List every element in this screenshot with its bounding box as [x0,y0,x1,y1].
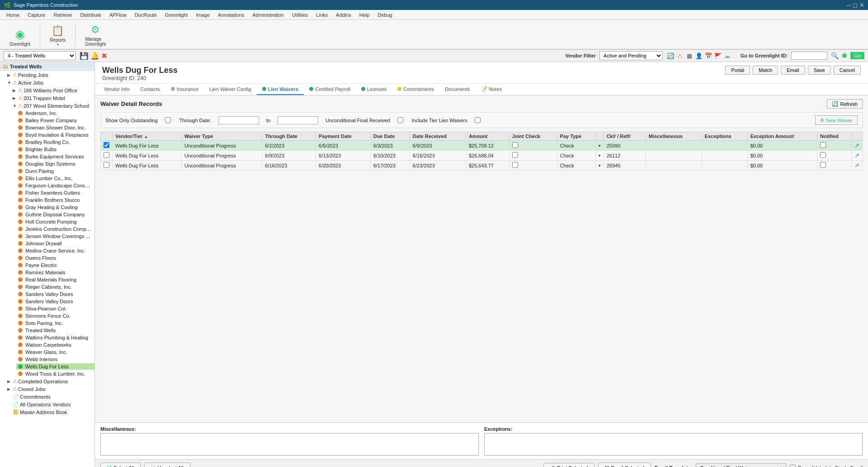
include-tier-checkbox[interactable] [475,117,481,123]
sidebar-item-completed[interactable]: ▶ ⚠ Completed Operations [5,378,94,385]
tab-documents[interactable]: Documents [439,84,476,95]
notify-icon[interactable]: 🔔 [90,52,99,60]
sidebar-item-franklin[interactable]: Franklin Brothers Stucco [16,197,94,203]
row-select-checkbox-0[interactable] [104,142,109,148]
menu-links[interactable]: Links [312,11,331,19]
sidebar-item-holt[interactable]: Holt Concrete Pumping [16,219,94,225]
select-all-button[interactable]: ☑ Select All [100,462,141,467]
menu-image[interactable]: Image [193,11,214,19]
unconditional-final-checkbox[interactable] [397,117,403,123]
menu-docroute[interactable]: DocRoute [131,11,160,19]
sidebar-item-boyd[interactable]: Boyd Insulation & Fireplaces [16,132,94,138]
show-outstanding-checkbox[interactable] [165,117,171,123]
ribbon-greenlight-button[interactable]: ◉ Greenlight [5,26,35,49]
row-action-1[interactable]: ↗ [852,151,863,161]
sidebar-item-watson[interactable]: Watson Carpetworks [16,342,94,348]
sidebar-item-burke[interactable]: Burke Equipment Services [16,153,94,160]
row-notified-0[interactable] [817,141,852,151]
sidebar-item-real[interactable]: Real Materials Flooring [16,276,94,283]
sidebar-item-simmons[interactable]: Simmons Fence Co. [16,313,94,319]
row-checkbox-0[interactable] [101,141,113,151]
sidebar-item-wood[interactable]: Wood Truss & Lumber, Inc. [16,371,94,377]
tab-contacts[interactable]: Contacts [135,84,165,95]
through-date-from-input[interactable] [218,116,259,124]
sidebar-item-anderson[interactable]: Anderson, Inc. [16,110,94,116]
menu-retrieve[interactable]: Retrieve [50,11,75,19]
row-joint-check-1[interactable] [509,151,557,161]
sidebar-item-dunn[interactable]: Dunn Paving [16,168,94,174]
sidebar-item-job-201[interactable]: ▶ ⚠ 201 Trappen Motel [11,95,94,101]
sidebar-item-webb[interactable]: Webb Interiors [16,356,94,362]
sidebar-item-commitments[interactable]: 📄 Commitments [5,393,94,400]
tab-insurance[interactable]: Insurance [165,84,204,95]
sidebar-item-pending-jobs[interactable]: ▶ ⚠ Pending Jobs [5,71,94,78]
refresh-filter-icon[interactable]: 🔄 [666,52,675,60]
sidebar-item-soto[interactable]: Soto Paving, Inc. [16,320,94,326]
sidebar-item-sanders1[interactable]: Sanders Valley Doors [16,291,94,297]
menu-capture[interactable]: Capture [24,11,49,19]
sidebar-item-sanders2[interactable]: Sanders Valley Doors [16,298,94,305]
sidebar-item-job-207[interactable]: ▼ ⚠ 207 Wood Elementary School [11,102,94,109]
col-ck-ref[interactable]: Ck# / Ref# [604,132,646,141]
row-checkbox-2[interactable] [101,161,113,171]
col-vendor-tier[interactable]: Vendor/Tier ▲ [113,132,182,141]
sidebar-item-payne[interactable]: Payne Electric [16,262,94,268]
match-button[interactable]: Match [753,66,778,75]
unselect-all-button[interactable]: ☐ Unselect All [144,462,190,467]
go-button[interactable]: Go [850,52,864,59]
through-date-to-input[interactable] [278,116,318,124]
search-icon[interactable]: 🔍 [831,52,839,59]
row-notified-2[interactable] [817,161,852,171]
sidebar-item-ramirez[interactable]: Ramirez Materials [16,269,94,276]
ribbon-manage-button[interactable]: ⚙ ManageGreenlight [80,22,111,49]
sidebar-item-rieger[interactable]: Rieger Cabinets, Inc. [16,284,94,290]
tab-commitments[interactable]: Commitments [392,84,439,95]
joint-check-cb-0[interactable] [512,142,518,148]
sidebar-item-bailey[interactable]: Bailey Power Company [16,117,94,124]
flag-icon[interactable]: 🚩 [714,52,722,60]
tab-lien-waivers[interactable]: Lien Waivers [257,84,304,95]
sidebar-item-johnson[interactable]: Johnson Drywall [16,240,94,247]
menu-addins[interactable]: Addins [332,11,355,19]
sidebar-item-bowman[interactable]: Bowman Shower Door, Inc. [16,124,94,131]
menu-utilities[interactable]: Utilities [288,11,311,19]
portal-button[interactable]: Portal [725,66,750,75]
col-due-date[interactable]: Due Date [370,132,410,141]
col-exception-amount[interactable]: Exception Amount [747,132,817,141]
menu-administration[interactable]: Administration [249,11,288,19]
joint-check-cb-1[interactable] [512,152,518,158]
sidebar-item-ferguson[interactable]: Ferguson Landscape Consultants [16,182,94,189]
col-miscellaneous[interactable]: Miscellaneous [646,132,702,141]
col-notified[interactable]: Notified [817,132,852,141]
sidebar-item-brighter[interactable]: Brighter Bulbs [16,146,94,152]
row-action-2[interactable]: ↗ [852,161,863,171]
col-waiver-type[interactable]: Waiver Type [181,132,262,141]
tab-licenses[interactable]: Licenses [356,84,392,95]
col-pay-type[interactable]: Pay Type [557,132,595,141]
refresh-button[interactable]: 🔄 Refresh [827,99,863,109]
sidebar-item-fisher[interactable]: Fisher Seamless Gutters [16,190,94,196]
user-icon[interactable]: 👤 [695,52,703,60]
menu-help[interactable]: Help [356,11,373,19]
greenlight-id-input[interactable] [791,52,827,60]
calendar-icon[interactable]: 📅 [704,52,712,60]
row-dropdown-0[interactable]: ▾ [595,141,604,151]
row-dropdown-2[interactable]: ▾ [595,161,604,171]
sidebar-item-master[interactable]: 📒 Master Address Book [5,409,94,415]
close-title-button[interactable]: ✕ [859,2,864,9]
email-selected-button[interactable]: ✉ Email Selected [598,462,651,467]
cloud-icon[interactable]: ☁ [723,52,731,60]
email-button[interactable]: Email [781,66,805,75]
filter-status-dropdown[interactable]: Active and Pending All Active Pending Cl… [599,51,663,60]
sidebar-item-owens[interactable]: Owens Floors [16,255,94,261]
restore-button[interactable]: ◻ [853,2,858,9]
tab-vendor-info[interactable]: Vendor Info [99,84,135,95]
menu-apflow[interactable]: APFlow [106,11,130,19]
row-joint-check-0[interactable] [509,141,557,151]
menu-home[interactable]: Home [3,11,23,19]
sidebar-item-douglas[interactable]: Douglas Sign Systems [16,161,94,167]
save-button[interactable]: Save [808,66,831,75]
sidebar-item-treated[interactable]: Treated Wells [16,327,94,334]
notified-cb-1[interactable] [820,152,826,158]
row-joint-check-2[interactable] [509,161,557,171]
